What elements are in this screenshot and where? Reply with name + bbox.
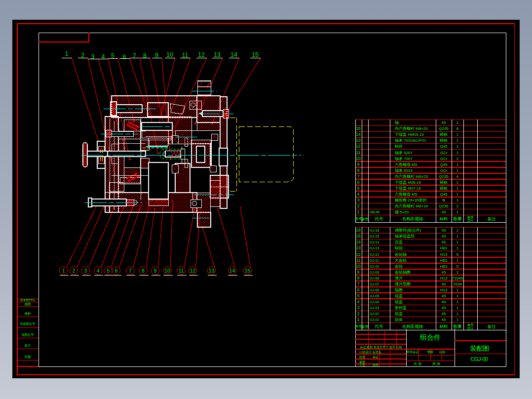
svg-text:4: 4 xyxy=(357,192,360,197)
svg-text:橡胶圈 25×35密封: 橡胶圈 25×35密封 xyxy=(395,198,427,202)
svg-text:2: 2 xyxy=(73,268,76,274)
svg-text:轴承端盖垫: 轴承端盖垫 xyxy=(395,234,415,239)
svg-text:备注: 备注 xyxy=(488,324,496,329)
svg-text:轴承 7010AC/P01: 轴承 7010AC/P01 xyxy=(395,138,426,143)
svg-text:1: 1 xyxy=(456,228,459,233)
svg-text:GJ-06: GJ-06 xyxy=(370,288,379,292)
svg-text:1: 1 xyxy=(456,198,459,202)
svg-text:铸铁: 铸铁 xyxy=(439,132,448,137)
svg-text:GJ-03: GJ-03 xyxy=(370,306,379,310)
svg-text:7034: 7034 xyxy=(453,282,462,286)
svg-text:3: 3 xyxy=(84,268,87,274)
svg-text:装配图: 装配图 xyxy=(470,345,490,352)
svg-text:1: 1 xyxy=(456,258,459,263)
svg-text:45: 45 xyxy=(442,282,446,286)
svg-text:8: 8 xyxy=(456,126,459,131)
svg-text:审核: 审核 xyxy=(359,360,365,363)
svg-text:GJ-08: GJ-08 xyxy=(370,277,379,280)
svg-text:密封盖: 密封盖 xyxy=(395,306,407,310)
svg-text:内六角螺钉 M8×25: 内六角螺钉 M8×25 xyxy=(395,174,428,179)
svg-text:13: 13 xyxy=(356,138,361,143)
svg-text:轴承 5015: 轴承 5015 xyxy=(395,168,413,173)
svg-text:H13: H13 xyxy=(440,252,448,257)
svg-text:批准: 批准 xyxy=(373,363,379,367)
svg-text:10: 10 xyxy=(356,264,361,269)
svg-text:GJ-10: GJ-10 xyxy=(370,265,379,268)
svg-text:8: 8 xyxy=(357,276,360,280)
svg-text:底图总号: 底图总号 xyxy=(22,333,34,337)
svg-text:箱体: 箱体 xyxy=(395,318,403,322)
svg-text:13: 13 xyxy=(356,245,361,250)
svg-text:1: 1 xyxy=(456,270,459,275)
svg-text:GJ-14: GJ-14 xyxy=(370,240,379,244)
svg-text:下端盖 M05.16: 下端盖 M05.16 xyxy=(395,180,421,185)
svg-text:蜗轮: 蜗轮 xyxy=(395,246,403,250)
svg-text:0: 0 xyxy=(443,198,445,202)
svg-text:调整环(组合件): 调整环(组合件) xyxy=(395,228,421,233)
svg-text:数量: 数量 xyxy=(454,216,462,221)
svg-text:1: 1 xyxy=(456,138,459,143)
svg-text:4: 4 xyxy=(97,268,100,274)
svg-text:6: 6 xyxy=(357,287,360,292)
svg-text:5: 5 xyxy=(357,293,360,298)
svg-text:审定: 审定 xyxy=(373,355,379,359)
svg-text:组合件: 组合件 xyxy=(419,333,441,341)
svg-text:标准化: 标准化 xyxy=(372,351,381,354)
svg-text:端盖: 端盖 xyxy=(395,294,403,298)
svg-text:工艺: 工艺 xyxy=(359,363,365,366)
svg-text:4: 4 xyxy=(456,174,459,179)
svg-text:总计: 总计 xyxy=(467,218,474,222)
svg-text:材料: 材料 xyxy=(439,216,449,221)
svg-text:1: 1 xyxy=(456,234,459,239)
svg-text:14: 14 xyxy=(356,132,361,137)
svg-text:45: 45 xyxy=(442,294,446,298)
svg-text:8: 8 xyxy=(357,168,360,173)
svg-text:2: 2 xyxy=(357,203,360,208)
svg-text:45: 45 xyxy=(442,300,446,304)
svg-text:名称及规格: 名称及规格 xyxy=(402,216,423,221)
svg-text:六角螺母 M5: 六角螺母 M5 xyxy=(395,192,418,197)
svg-text:1: 1 xyxy=(456,186,459,191)
svg-text:45: 45 xyxy=(442,120,446,125)
svg-text:键 5×20: 键 5×20 xyxy=(394,210,409,214)
svg-text:1: 1 xyxy=(456,192,459,197)
svg-text:签字: 签字 xyxy=(25,344,32,347)
svg-text:名称及规格: 名称及规格 xyxy=(402,324,423,329)
svg-text:8: 8 xyxy=(142,268,145,274)
svg-text:GJ-05: GJ-05 xyxy=(370,294,379,298)
svg-text:GJ-07: GJ-07 xyxy=(370,282,379,286)
svg-text:HB1: HB1 xyxy=(440,246,448,250)
svg-text:12: 12 xyxy=(198,51,205,58)
svg-text:2: 2 xyxy=(81,52,84,59)
svg-text:7: 7 xyxy=(357,281,360,286)
svg-text:71045: 71045 xyxy=(452,276,463,280)
svg-text:6: 6 xyxy=(357,180,360,185)
svg-text:GJ-12: GJ-12 xyxy=(370,253,379,256)
svg-text:1: 1 xyxy=(456,318,459,322)
svg-text:2: 2 xyxy=(456,157,459,161)
svg-text:1: 1 xyxy=(62,268,65,274)
svg-text:旧底图总号: 旧底图总号 xyxy=(20,322,36,326)
svg-text:GJ-09: GJ-09 xyxy=(370,271,379,274)
svg-text:H13: H13 xyxy=(440,276,448,280)
svg-text:12: 12 xyxy=(190,268,196,274)
svg-text:12: 12 xyxy=(356,144,361,149)
svg-text:弹片垫圈: 弹片垫圈 xyxy=(395,282,411,286)
svg-text:10: 10 xyxy=(166,51,173,58)
svg-text:15: 15 xyxy=(356,126,361,131)
svg-text:2: 2 xyxy=(456,204,459,208)
svg-text:Q45: Q45 xyxy=(440,162,448,167)
svg-text:11: 11 xyxy=(356,258,361,263)
svg-text:11: 11 xyxy=(356,150,361,155)
svg-text:齿轮: 齿轮 xyxy=(395,264,403,269)
svg-text:隔圈: 隔圈 xyxy=(395,288,403,292)
svg-text:1: 1 xyxy=(456,180,459,185)
svg-text:第 张: 第 张 xyxy=(432,362,440,366)
svg-text:45: 45 xyxy=(442,270,446,275)
svg-text:1: 1 xyxy=(357,209,360,214)
svg-text:7: 7 xyxy=(357,174,360,179)
svg-text:45: 45 xyxy=(442,234,446,239)
svg-text:HB1: HB1 xyxy=(440,264,448,269)
svg-text:1: 1 xyxy=(456,306,459,310)
svg-text:备查: 备查 xyxy=(362,217,369,221)
